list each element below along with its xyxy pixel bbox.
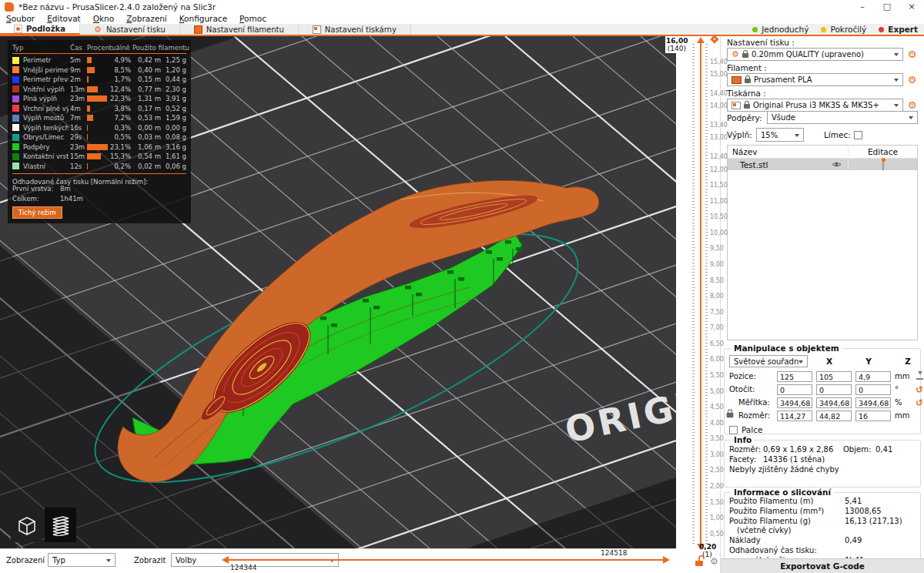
layers-icon <box>51 514 71 536</box>
legend-grams: 2,30 g <box>162 85 186 93</box>
axis-header-x: X <box>812 357 847 366</box>
manip-pozice-z-field[interactable]: 4,9 <box>855 371 891 382</box>
print-settings-gear-button[interactable]: ⚙ <box>906 49 918 60</box>
layer-tick-1-00: 1,00 <box>710 514 724 521</box>
filament-select[interactable]: Prusament PLA <box>727 73 903 86</box>
legend-bar-fill <box>87 153 101 159</box>
mode-button-expert[interactable]: Expert <box>879 25 918 34</box>
legend-feature-label: Vlastní <box>23 163 69 170</box>
manip-oto-it-z-field[interactable]: 0 <box>855 384 891 395</box>
export-gcode-button[interactable]: Exportovat G-code <box>721 558 924 573</box>
drop-to-bed-icon[interactable] <box>916 371 924 380</box>
legend-percent: 7,2% <box>110 114 131 122</box>
infill-label: Výplň: <box>727 130 753 139</box>
preview-view-button[interactable] <box>45 508 76 542</box>
menu-item-pomoc[interactable]: Pomoc <box>233 14 273 24</box>
legend-bar-fill <box>87 134 88 140</box>
manip-pozice-y-field[interactable]: 105 <box>816 371 852 382</box>
show-label: Zobrazit <box>134 556 166 565</box>
legend-row-vn-j-perimetr: Vnější perimetr9m8,5%0,40 m1,20 g <box>12 65 186 75</box>
legend-color-swatch <box>12 124 19 131</box>
filament-gear-button[interactable]: ⚙ <box>906 74 918 85</box>
reset-icon[interactable]: ↺ <box>916 384 923 395</box>
legend-feature-label: Výplň mostů <box>23 114 69 122</box>
mode-label: Expert <box>888 25 918 34</box>
layer-slider-handle[interactable] <box>710 35 718 43</box>
inches-checkbox[interactable] <box>729 426 738 434</box>
legend-bar <box>87 134 109 140</box>
brim-checkbox[interactable] <box>854 131 862 139</box>
slicing-value: 5,41 <box>845 497 862 506</box>
object-list-name-header: Název <box>728 147 825 156</box>
menu-item-editovat[interactable]: Editovat <box>41 14 87 24</box>
manip-oto-it-y-field[interactable]: 0 <box>816 384 852 395</box>
layer-tick-10-50: 10,50 <box>710 213 728 220</box>
legend-row-pln-v-pl: Plná výplň23m22,3%1,31 m3,91 g <box>12 94 186 104</box>
printer-preset-icon <box>732 102 741 109</box>
tab-label: Nastavení tisku <box>106 25 166 34</box>
manip-rozm-r-z-field[interactable]: 16 <box>855 410 891 421</box>
manip-oto-it-x-field[interactable]: 0 <box>777 384 812 395</box>
printer-gear-button[interactable]: ⚙ <box>906 99 918 111</box>
tab-nastaven-tisku[interactable]: Nastavení tisku <box>80 24 180 35</box>
legend-percent: 23,1% <box>110 143 131 151</box>
manip-rozm-r-x-field[interactable]: 114,27 <box>777 410 812 421</box>
close-button[interactable]: × <box>899 0 924 14</box>
layer-tick-11-50: 11,50 <box>710 182 728 189</box>
print-preset-icon: ⚙ <box>732 50 739 59</box>
manip-m-tka-y-field[interactable]: 3494,68 <box>816 397 852 408</box>
legend-time: 4m <box>70 105 85 112</box>
editor-view-button[interactable] <box>11 508 42 542</box>
3d-viewport[interactable]: ORIGIN <box>0 36 676 548</box>
menu-item-konfigurace[interactable]: Konfigurace <box>173 14 233 24</box>
legend-bar <box>87 153 109 159</box>
coordinates-select[interactable]: Světové souřadnice <box>729 355 808 367</box>
manip-m-tka-z-field[interactable]: 3494,68 <box>855 397 891 408</box>
menu-item-okno[interactable]: Okno <box>87 14 120 24</box>
mode-button-jednoduch[interactable]: Jednoduchý <box>752 25 808 34</box>
view-mode-select[interactable]: Typ <box>48 553 116 567</box>
print-settings-select[interactable]: ⚙ 0.20mm QUALITY (upraveno) <box>727 48 903 61</box>
manip-pozice-x-field[interactable]: 125 <box>777 371 812 382</box>
legend-meters: 0,77 m <box>132 85 161 93</box>
unlock-icon[interactable] <box>694 555 705 570</box>
mode-dot-icon <box>879 27 884 32</box>
supports-select[interactable]: Všude <box>767 111 918 124</box>
object-list: Název Editace Test.stl <box>727 145 918 340</box>
visibility-eye-icon[interactable] <box>825 161 848 168</box>
minimize-button[interactable]: – <box>850 0 875 14</box>
layer-slider-panel: 16,00 (140) 15,4015,0014,4014,0013,4013,… <box>676 36 720 573</box>
object-manipulation-panel: Manipulace s objektem Světové souřadnice… <box>724 348 921 434</box>
object-row-test-stl[interactable]: Test.stl <box>728 159 917 170</box>
infill-select[interactable]: 15% <box>756 128 804 142</box>
gcode-move-slider[interactable] <box>229 559 663 561</box>
legend-feature-label: Vnější perimetr <box>23 66 69 74</box>
legend-row-v-pl-most: Výplň mostů7m7,2%0,53 m1,59 g <box>12 113 186 123</box>
printer-label: Tiskárna : <box>727 89 918 98</box>
slider-settings-gear-icon[interactable]: ⚙ <box>710 557 718 567</box>
printer-select[interactable]: Original Prusa i3 MK3S & MK3S+ <box>727 99 903 112</box>
layer-tick-13-00: 13,00 <box>710 134 728 141</box>
tab-label: Podložka <box>26 25 65 33</box>
cube-icon <box>17 514 37 536</box>
menu-item-soubor[interactable]: Soubor <box>0 14 41 24</box>
mode-button-pokro-il[interactable]: Pokročilý <box>821 25 866 34</box>
legend-color-swatch <box>12 105 19 112</box>
silent-mode-button[interactable]: Tichý režim <box>12 206 62 219</box>
reset-icon[interactable]: ↺ <box>916 397 923 408</box>
legend-feature-label: Plná výplň <box>23 95 69 102</box>
menu-item-zobrazen[interactable]: Zobrazení <box>120 14 173 24</box>
tab-podlo-ka[interactable]: Podložka <box>0 24 80 35</box>
slicing-info-title: Informace o slicování <box>731 488 834 497</box>
legend-grams: 0,00 g <box>162 124 186 132</box>
legend-time: 13m <box>70 85 85 93</box>
edit-object-icon[interactable] <box>882 159 884 170</box>
manip-rozm-r-y-field[interactable]: 44,82 <box>816 410 852 421</box>
legend-color-swatch <box>12 96 19 102</box>
layer-slider-track[interactable] <box>700 42 701 545</box>
maximize-button[interactable]: □ <box>875 0 899 14</box>
tab-nastaven-tisk-rny[interactable]: Nastavení tiskárny <box>299 24 411 35</box>
manip-m-tka-x-field[interactable]: 3494,68 <box>777 397 812 408</box>
manip-unit: % <box>895 398 912 407</box>
tab-nastaven-filamentu[interactable]: Nastavení filamentu <box>180 24 299 35</box>
